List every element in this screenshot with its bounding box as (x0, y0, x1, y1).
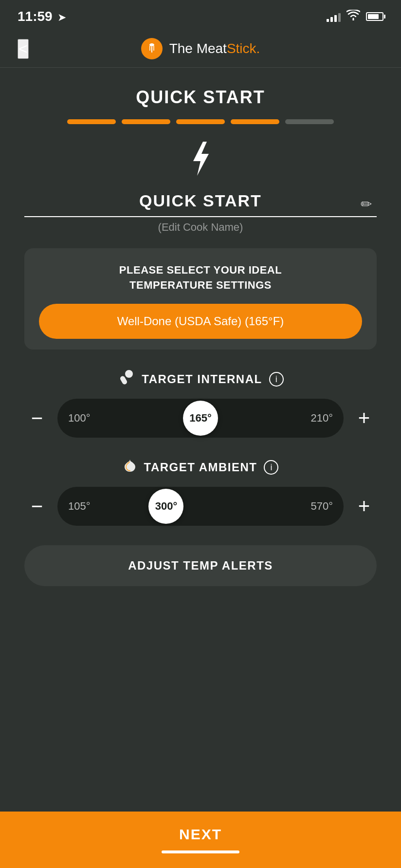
battery-fill (368, 14, 379, 19)
signal-bar-3 (334, 15, 337, 22)
logo-text: The MeatStick. (169, 41, 260, 56)
progress-step-4 (231, 119, 279, 124)
lightning-section (24, 142, 377, 182)
ambient-icon (123, 457, 137, 478)
target-internal-track[interactable]: 100° 165° 210° (57, 399, 344, 438)
battery-icon (366, 12, 383, 21)
next-button[interactable]: NEXT (15, 826, 386, 843)
next-button-container: NEXT (0, 812, 401, 868)
target-ambient-info[interactable]: i (264, 460, 278, 475)
target-ambient-thumb[interactable]: 300° (148, 489, 183, 524)
target-internal-max: 210° (310, 412, 333, 425)
target-ambient-slider-row: − 105° 300° 570° + (24, 487, 377, 526)
signal-bar-2 (330, 17, 333, 22)
signal-icon (327, 11, 341, 22)
status-icons (327, 10, 383, 23)
target-internal-title: TARGET INTERNAL (142, 372, 262, 386)
logo: The MeatStick. (141, 38, 260, 59)
target-internal-thumb[interactable]: 165° (183, 401, 218, 436)
logo-text-orange: Stick. (227, 41, 260, 56)
target-ambient-increase[interactable]: + (351, 494, 377, 519)
target-internal-header: TARGET INTERNAL i (24, 369, 377, 390)
wifi-icon (346, 10, 360, 23)
nav-header: < The MeatStick. (0, 30, 401, 68)
target-internal-min: 100° (68, 412, 91, 425)
status-time: 11:59 (18, 9, 53, 24)
temp-settings-card: PLEASE SELECT YOUR IDEALTEMPERATURE SETT… (24, 248, 377, 350)
logo-text-white: The Meat (169, 41, 227, 56)
main-content: QUICK START QUICK START ✏ (Edit Cook Nam… (0, 68, 401, 703)
location-icon: ➤ (57, 11, 66, 24)
cook-name-section: QUICK START ✏ (24, 191, 377, 217)
svg-point-5 (125, 370, 133, 378)
back-button[interactable]: < (18, 39, 29, 59)
title-section: QUICK START (24, 87, 377, 124)
target-internal-decrease[interactable]: − (24, 406, 50, 431)
cook-name-title: QUICK START (139, 191, 262, 210)
target-ambient-max: 570° (310, 500, 333, 513)
logo-icon (141, 38, 163, 59)
adjust-temp-alerts-button[interactable]: ADJUST TEMP ALERTS (24, 545, 377, 586)
temp-settings-title: PLEASE SELECT YOUR IDEALTEMPERATURE SETT… (39, 263, 362, 293)
progress-step-2 (122, 119, 170, 124)
progress-step-5 (285, 119, 334, 124)
target-internal-info[interactable]: i (269, 372, 284, 387)
preset-button[interactable]: Well-Done (USDA Safe) (165°F) (39, 304, 362, 339)
target-ambient-track[interactable]: 105° 300° 570° (57, 487, 344, 526)
target-ambient-title: TARGET AMBIENT (144, 461, 257, 474)
svg-marker-4 (193, 142, 209, 176)
lightning-icon (188, 142, 213, 182)
progress-step-3 (176, 119, 225, 124)
signal-bar-4 (338, 13, 341, 22)
status-bar: 11:59 ➤ (0, 0, 401, 30)
progress-bar (24, 119, 377, 124)
internal-icon (117, 369, 135, 390)
cook-name-subtitle: (Edit Cook Name) (24, 221, 377, 234)
target-ambient-header: TARGET AMBIENT i (24, 457, 377, 478)
target-internal-slider-row: − 100° 165° 210° + (24, 399, 377, 438)
status-time-section: 11:59 ➤ (18, 9, 66, 24)
target-ambient-section: TARGET AMBIENT i − 105° 300° 570° + (24, 457, 377, 526)
target-ambient-decrease[interactable]: − (24, 494, 50, 519)
target-internal-section: TARGET INTERNAL i − 100° 165° 210° + (24, 369, 377, 438)
svg-rect-1 (151, 46, 152, 53)
page-title: QUICK START (24, 87, 377, 108)
home-indicator (162, 850, 239, 853)
target-ambient-min: 105° (68, 500, 91, 513)
signal-bar-1 (327, 19, 329, 22)
edit-icon[interactable]: ✏ (361, 196, 372, 212)
progress-step-1 (67, 119, 116, 124)
target-internal-increase[interactable]: + (351, 406, 377, 431)
